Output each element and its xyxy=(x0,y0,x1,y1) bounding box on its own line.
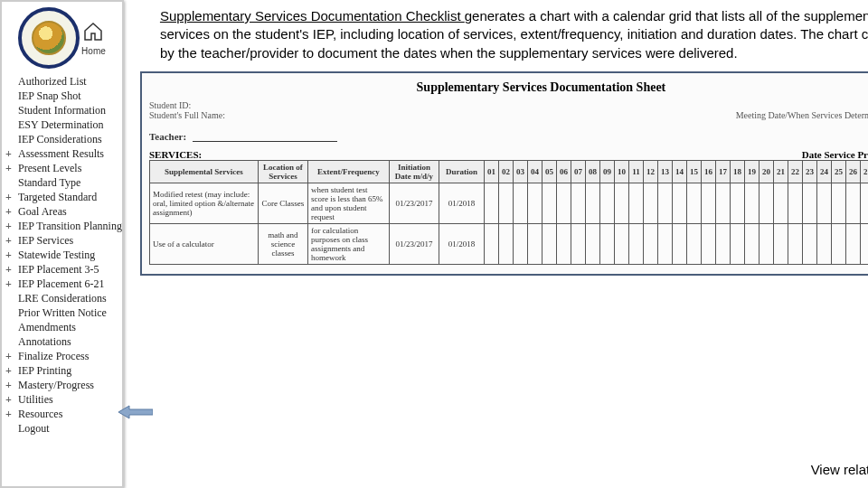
sidebar-item-label: Present Levels xyxy=(18,162,81,174)
th-day: 15 xyxy=(686,160,701,183)
intro-link[interactable]: Supplementary Services Documentation Che… xyxy=(160,8,465,23)
sidebar-item-label: IEP Printing xyxy=(18,364,71,377)
cell-location: math and science classes xyxy=(258,223,307,264)
cell-day xyxy=(788,183,802,223)
cell-day xyxy=(845,223,860,264)
plus-icon[interactable]: + xyxy=(5,205,18,218)
th-day: 10 xyxy=(614,160,628,183)
th-day: 01 xyxy=(484,160,498,183)
view-related-slide-link[interactable]: View related slide xyxy=(811,460,868,479)
plus-icon[interactable]: + xyxy=(5,263,18,276)
sidebar-item-standard-type[interactable]: Standard Type xyxy=(2,175,122,190)
cell-initiation: 01/23/2017 xyxy=(389,183,439,223)
sidebar-item-label: Assessment Results xyxy=(18,147,104,160)
sidebar-item-targeted-standard[interactable]: +Targeted Standard xyxy=(2,190,122,204)
sidebar-item-iep-placement-6-21[interactable]: +IEP Placement 6-21 xyxy=(2,277,122,291)
th-day: 13 xyxy=(657,160,672,183)
th-day: 21 xyxy=(773,160,788,183)
plus-icon[interactable]: + xyxy=(5,379,18,391)
cell-day xyxy=(585,183,599,223)
sidebar-item-resources[interactable]: +Resources xyxy=(2,407,122,421)
sidebar-item-goal-areas[interactable]: +Goal Areas xyxy=(2,204,122,219)
th-day: 16 xyxy=(701,160,715,183)
sidebar-item-lre-considerations[interactable]: LRE Considerations xyxy=(2,291,122,305)
cell-day xyxy=(686,223,701,264)
th-day: 12 xyxy=(643,160,657,183)
sidebar-item-label: Standard Type xyxy=(18,176,80,189)
sidebar-item-label: Statewide Testing xyxy=(18,249,95,261)
sidebar-item-iep-services[interactable]: +IEP Services xyxy=(2,233,122,248)
sidebar-item-iep-snap-shot[interactable]: IEP Snap Shot xyxy=(2,89,122,103)
cell-extent: for calculation purposes on class assign… xyxy=(307,223,389,264)
th-day: 02 xyxy=(498,160,513,183)
plus-icon[interactable]: + xyxy=(5,191,18,203)
sidebar-item-authorized-list[interactable]: Authorized List xyxy=(2,74,122,89)
cell-day xyxy=(657,183,672,223)
sidebar-item-label: Annotations xyxy=(18,335,71,348)
plus-icon[interactable]: + xyxy=(5,364,18,377)
cell-day xyxy=(730,183,744,223)
th-day: 07 xyxy=(571,160,585,183)
th-day: 08 xyxy=(585,160,599,183)
sidebar-item-present-levels[interactable]: +Present Levels xyxy=(2,161,122,175)
sidebar-item-amendments[interactable]: Amendments xyxy=(2,320,122,334)
th-day: 14 xyxy=(672,160,686,183)
table-row: Modified retest (may include: oral, limi… xyxy=(149,183,868,223)
th-location: Location of Services xyxy=(258,160,307,183)
teacher-label: Teacher: xyxy=(149,131,186,142)
cell-duration: 01/2018 xyxy=(439,223,484,264)
sidebar-item-label: LRE Considerations xyxy=(18,292,107,305)
sidebar-item-label: Amendments xyxy=(18,321,76,333)
cell-service: Use of a calculator xyxy=(149,223,258,264)
plus-icon[interactable]: + xyxy=(5,234,18,247)
plus-icon[interactable]: + xyxy=(5,408,18,420)
sidebar-item-finalize-process[interactable]: +Finalize Process xyxy=(2,349,122,363)
plus-icon[interactable]: + xyxy=(5,162,18,174)
sidebar-item-assessment-results[interactable]: +Assessment Results xyxy=(2,146,122,161)
home-icon xyxy=(82,21,104,44)
plus-icon[interactable]: + xyxy=(5,249,18,261)
sidebar-item-label: IEP Services xyxy=(18,234,73,247)
sidebar-item-prior-written-notice[interactable]: Prior Written Notice xyxy=(2,305,122,320)
sidebar-item-logout[interactable]: Logout xyxy=(2,421,122,436)
cell-day xyxy=(628,183,643,223)
sidebar-item-student-information[interactable]: Student Information xyxy=(2,103,122,117)
sidebar-item-label: Authorized List xyxy=(18,75,87,88)
home-button[interactable]: Home xyxy=(81,21,106,56)
sidebar-item-mastery-progress[interactable]: +Mastery/Progress xyxy=(2,378,122,392)
plus-icon[interactable]: + xyxy=(5,393,18,406)
plus-icon[interactable]: + xyxy=(5,277,18,290)
sidebar-item-esy-determination[interactable]: ESY Determination xyxy=(2,117,122,132)
th-day: 24 xyxy=(816,160,831,183)
sidebar-item-iep-considerations[interactable]: IEP Considerations xyxy=(2,132,122,146)
cell-day xyxy=(556,183,571,223)
cell-day xyxy=(744,183,759,223)
cell-initiation: 01/23/2017 xyxy=(389,223,439,264)
sidebar-item-utilities[interactable]: +Utilities xyxy=(2,392,122,407)
sidebar-item-iep-transition-planning[interactable]: +IEP Transition Planning xyxy=(2,219,122,233)
cell-day xyxy=(816,223,831,264)
cell-day xyxy=(556,223,571,264)
plus-icon[interactable]: + xyxy=(5,350,18,362)
sidebar-item-label: Student Information xyxy=(18,104,106,117)
th-day: 18 xyxy=(730,160,744,183)
services-label: SERVICES: xyxy=(149,149,202,160)
cell-day xyxy=(672,183,686,223)
cell-day xyxy=(860,183,868,223)
cell-day xyxy=(715,183,730,223)
plus-icon[interactable]: + xyxy=(5,220,18,232)
sidebar-item-label: IEP Placement 6-21 xyxy=(18,277,105,290)
th-duration: Duration xyxy=(439,160,484,183)
sidebar-item-iep-placement-3-5[interactable]: +IEP Placement 3-5 xyxy=(2,262,122,277)
cell-day xyxy=(701,223,715,264)
cell-day xyxy=(802,183,816,223)
cell-day xyxy=(614,223,628,264)
sidebar-item-annotations[interactable]: Annotations xyxy=(2,334,122,349)
cell-day xyxy=(672,223,686,264)
th-day: 27 xyxy=(860,160,868,183)
th-day: 03 xyxy=(513,160,527,183)
plus-icon[interactable]: + xyxy=(5,147,18,160)
sidebar-item-iep-printing[interactable]: +IEP Printing xyxy=(2,363,122,378)
sidebar-item-statewide-testing[interactable]: +Statewide Testing xyxy=(2,248,122,262)
meeting-date-label: Meeting Date/When Services Determined: 0… xyxy=(736,110,868,120)
